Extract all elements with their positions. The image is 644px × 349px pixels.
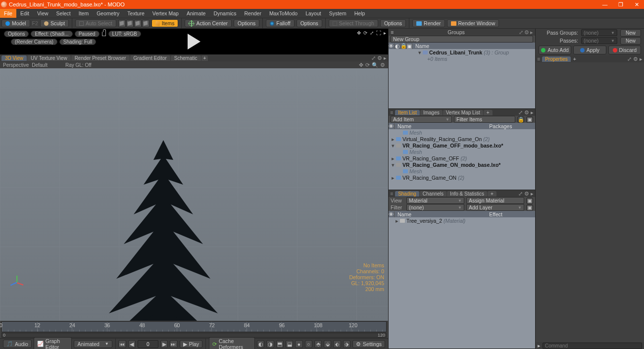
preview-options-button[interactable]: Options (4, 31, 29, 37)
polygon-mode-button[interactable] (134, 20, 142, 27)
panel-expand-icon[interactable]: ⤢ (519, 29, 523, 35)
anim-btn-1[interactable]: ◐ (257, 340, 264, 348)
tab-images[interactable]: Images (420, 110, 443, 115)
shading-opt-button[interactable]: ▣ (526, 198, 533, 204)
tab-add[interactable]: + (201, 55, 208, 61)
model-mode-button[interactable]: Model (1, 19, 30, 27)
animated-dropdown[interactable]: Animated▼ (74, 340, 112, 348)
anim-btn-2[interactable]: ◑ (266, 340, 274, 348)
anim-btn-4[interactable]: ⬓ (286, 340, 293, 348)
filter-dropdown[interactable]: (none)▼ (406, 204, 464, 211)
preview-play-icon[interactable] (188, 34, 200, 50)
select-through-toggle[interactable]: Select Through (329, 19, 378, 27)
step-back-button[interactable]: ◀ (128, 340, 136, 348)
sculpt-mode-button[interactable]: Sculpt (40, 19, 69, 27)
panel-handle-icon[interactable]: ≡ (390, 109, 395, 115)
hud-refresh-icon[interactable]: ⟳ (363, 30, 367, 36)
solo-header-icon[interactable]: ◐ (395, 43, 400, 49)
tabopt-gear-icon[interactable]: ⚙ (377, 55, 382, 61)
list-item[interactable]: Mesh (389, 129, 535, 136)
lock-header-icon[interactable]: 🔒 (400, 43, 406, 49)
cmd-chev-icon[interactable]: ▸ (538, 343, 541, 349)
tab-3d-view[interactable]: 3D View (1, 55, 27, 61)
pass-groups-new-button[interactable]: New (620, 29, 641, 37)
tab-render-preset[interactable]: Render Preset Browser (71, 55, 130, 61)
render-window-button[interactable]: Render Window (447, 19, 499, 27)
audio-button[interactable]: 🎵Audio (3, 340, 32, 348)
menu-layout[interactable]: Layout (301, 9, 325, 18)
discard-button[interactable]: Discard (608, 46, 641, 54)
il-gear-icon[interactable]: ⚙ (524, 109, 529, 115)
panel-chev-icon[interactable]: ▸ (530, 29, 533, 35)
menu-system[interactable]: System (325, 9, 350, 18)
prop-gear-icon[interactable]: ⚙ (633, 56, 638, 62)
hud-move-icon[interactable]: ✥ (357, 30, 361, 36)
list-item[interactable]: Mesh (389, 168, 535, 174)
menu-item[interactable]: Item (75, 9, 93, 18)
menu-dynamics[interactable]: Dynamics (209, 9, 240, 18)
groups-list[interactable]: ▾ Cedrus_Libani_Trunk (3) : Group +0 Ite… (389, 49, 535, 108)
filter-opt-button[interactable]: ▣ (526, 116, 533, 123)
list-item[interactable]: ▾VR_Racing_Game_OFF_modo_base.lxo* (389, 142, 535, 149)
anim-btn-3[interactable]: ⬒ (276, 340, 284, 348)
preview-lut-button[interactable]: LUT: sRGB (108, 31, 141, 37)
preview-paused-button[interactable]: Paused (75, 31, 99, 37)
menu-select[interactable]: Select (52, 9, 75, 18)
expand-icon[interactable]: ▸ (392, 155, 395, 161)
tab-channels[interactable]: Channels (420, 191, 446, 197)
render-header-icon[interactable]: ▣ (406, 43, 412, 49)
tab-info-stats[interactable]: Info & Statistics (447, 191, 487, 197)
items-mode-button[interactable]: Items (151, 19, 179, 27)
play-button[interactable]: ▶Play (180, 340, 202, 348)
timeline-range[interactable]: 0 120 (1, 333, 387, 338)
menu-file[interactable]: File (0, 9, 16, 18)
expand-icon[interactable]: ▸ (392, 136, 395, 142)
hud-zoom-icon[interactable]: ⤢ (370, 30, 374, 36)
action-center-options-button[interactable]: Options (234, 19, 259, 27)
timeline[interactable]: 0 12 24 36 48 60 72 84 96 108 120 (1, 321, 387, 332)
menu-geometry[interactable]: Geometry (93, 9, 123, 18)
render-button[interactable]: Render (412, 19, 445, 27)
cache-deformers-button[interactable]: ⟳Cache Deformers (209, 337, 255, 349)
expand-icon[interactable]: ▾ (418, 50, 421, 55)
eye-header-icon[interactable]: 👁 (389, 123, 395, 129)
menu-help[interactable]: Help (350, 9, 369, 18)
il-chev-icon[interactable]: ▸ (531, 109, 534, 115)
list-item[interactable]: ▸VR_Racing_Game_OFF (2) (389, 155, 535, 161)
go-end-button[interactable]: ⏭ (170, 340, 177, 348)
add-item-dropdown[interactable]: Add Item▼ (391, 116, 452, 123)
tab-add[interactable]: + (488, 191, 496, 197)
panel-handle-icon[interactable]: ≡ (390, 191, 395, 197)
pass-groups-dropdown[interactable]: (none)▼ (581, 29, 617, 36)
graph-editor-button[interactable]: 📈Graph Editor (34, 337, 72, 349)
viewopt-raygl[interactable]: Ray GL: Off (65, 62, 92, 68)
list-item[interactable]: ▸VR_Racing_Game_ON (2) (389, 174, 535, 181)
edge-mode-button[interactable] (126, 20, 134, 27)
anim-btn-9[interactable]: ⬖ (333, 340, 341, 348)
viewopt-perspective[interactable]: Perspective (3, 62, 29, 68)
menu-animate[interactable]: Animate (183, 9, 210, 18)
tabopt-expand-icon[interactable]: ⤢ (371, 55, 376, 61)
step-fwd-button[interactable]: ▶ (160, 340, 168, 348)
vp-search-icon[interactable]: 🔍 (372, 62, 378, 68)
vp-refresh-icon[interactable]: ⟳ (365, 62, 370, 68)
filter-lock-button[interactable]: 🔒 (517, 116, 524, 123)
shading-list[interactable]: ▸ Tree_versiya_2 (Material) (389, 217, 535, 349)
tab-add[interactable]: + (484, 110, 493, 115)
list-item[interactable]: ▾VR_Racing_Game_ON_modo_base.lxo* (389, 161, 535, 168)
expand-icon[interactable]: ▾ (392, 162, 395, 168)
menu-edit[interactable]: Edit (16, 9, 33, 18)
tab-vertex-map-list[interactable]: Vertex Map List (443, 110, 483, 115)
passes-new-button[interactable]: New (620, 37, 641, 45)
current-frame-field[interactable] (138, 340, 158, 348)
sp-chev-icon[interactable]: ▸ (531, 191, 534, 197)
assign-material-button[interactable]: Assign Material (466, 197, 524, 204)
anim-btn-8[interactable]: ⬙ (324, 340, 331, 348)
prop-chev-icon[interactable]: ▸ (640, 56, 643, 62)
tab-shading[interactable]: Shading (395, 191, 419, 197)
tab-item-list[interactable]: Item List (395, 110, 420, 115)
falloff-options-button[interactable]: Options (297, 19, 322, 27)
eye-header-icon[interactable]: 👁 (389, 211, 395, 217)
new-group-button[interactable]: New Group (391, 36, 533, 43)
list-item[interactable]: ▸Virtual_Reality_Racing_Game_On (2) (389, 136, 535, 142)
